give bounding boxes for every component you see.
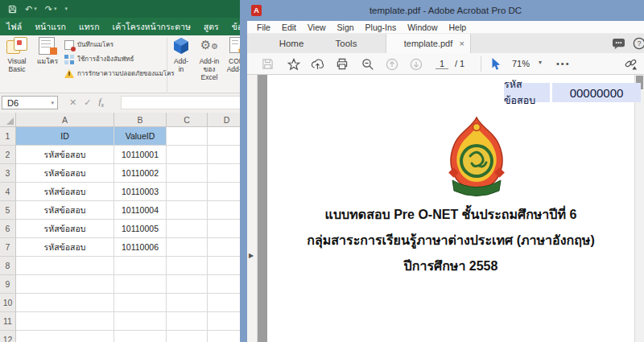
tab-home[interactable]: หน้าแรก — [28, 18, 72, 35]
cell-a1[interactable]: ID — [16, 127, 114, 146]
tab-file[interactable]: ไฟล์ — [0, 18, 28, 35]
expand-nav-pane-icon[interactable]: ▶ — [249, 252, 254, 259]
tab-home[interactable]: Home — [266, 34, 316, 53]
cell[interactable] — [114, 257, 167, 275]
row-number[interactable]: 4 — [0, 183, 16, 201]
column-header-c[interactable]: C — [167, 113, 208, 127]
cell[interactable] — [167, 294, 208, 312]
row-number[interactable]: 3 — [0, 164, 16, 183]
tab-page-layout[interactable]: เค้าโครงหน้ากระดาษ — [106, 18, 197, 35]
cell[interactable]: 10110001 — [114, 146, 167, 164]
menu-plugins[interactable]: Plug-Ins — [360, 23, 402, 32]
visual-basic-button[interactable]: Visual Basic — [2, 37, 32, 90]
macro-security-button[interactable]: การรักษาความปลอดภัยของแมโคร — [64, 68, 175, 80]
cell[interactable]: 10110004 — [114, 201, 167, 220]
cell[interactable]: รหัสข้อสอบ — [16, 220, 114, 238]
cell[interactable] — [167, 238, 208, 257]
row-number[interactable]: 11 — [0, 312, 16, 331]
cell[interactable] — [167, 146, 208, 164]
row-number[interactable]: 5 — [0, 201, 16, 220]
column-header-b[interactable]: B — [114, 113, 167, 127]
search-icon[interactable] — [361, 57, 374, 71]
cell[interactable]: รหัสข้อสอบ — [16, 164, 114, 183]
cell[interactable] — [167, 257, 208, 275]
relative-references-button[interactable]: ใช้การอ้างอิงสัมพัทธ์ — [64, 53, 134, 65]
cell[interactable]: 10110006 — [114, 238, 167, 257]
previous-page-icon[interactable] — [385, 57, 398, 71]
next-page-icon[interactable] — [409, 57, 423, 71]
cell[interactable] — [167, 183, 208, 201]
customize-quick-access-icon[interactable]: ▾ — [64, 6, 68, 12]
select-tool-cursor-icon[interactable] — [489, 57, 503, 71]
cell[interactable]: 10110005 — [114, 220, 167, 238]
tab-document[interactable]: template.pdf × — [386, 34, 471, 53]
cell[interactable] — [114, 312, 167, 331]
insert-function-icon[interactable]: fx — [98, 97, 104, 109]
cell[interactable]: 10110003 — [114, 183, 167, 201]
exam-code-field[interactable]: 00000000 — [552, 83, 641, 102]
cell[interactable] — [167, 331, 208, 342]
cell[interactable] — [16, 331, 114, 342]
menu-window[interactable]: Window — [402, 23, 443, 32]
menu-edit[interactable]: Edit — [276, 23, 302, 32]
row-number[interactable]: 12 — [0, 331, 16, 342]
cell[interactable]: รหัสข้อสอบ — [16, 146, 114, 164]
row-number[interactable]: 10 — [0, 294, 16, 312]
formula-input[interactable] — [121, 96, 246, 109]
cell[interactable]: 10110002 — [114, 164, 167, 183]
cell[interactable] — [167, 220, 208, 238]
redo-button[interactable]: ↷▾ — [45, 4, 57, 14]
cell[interactable] — [114, 331, 167, 342]
name-box-caret-icon[interactable]: ▾ — [51, 100, 54, 106]
row-number[interactable]: 2 — [0, 146, 16, 164]
cell[interactable]: รหัสข้อสอบ — [16, 201, 114, 220]
confirm-entry-icon[interactable]: ✓ — [84, 97, 91, 108]
cell[interactable] — [16, 257, 114, 275]
vertical-scrollbar[interactable] — [634, 75, 644, 342]
cell[interactable] — [167, 312, 208, 331]
cell[interactable] — [114, 275, 167, 294]
save-icon[interactable] — [261, 57, 275, 71]
cell[interactable]: รหัสข้อสอบ — [16, 238, 114, 257]
star-icon[interactable] — [287, 57, 300, 71]
cell[interactable] — [114, 294, 167, 312]
macros-button[interactable]: แมโคร — [34, 37, 61, 90]
menu-sign[interactable]: Sign — [332, 23, 360, 32]
row-number[interactable]: 8 — [0, 257, 16, 275]
cell[interactable] — [16, 275, 114, 294]
add-in-button[interactable]: Add- in — [170, 37, 192, 90]
row-number[interactable]: 9 — [0, 275, 16, 294]
menu-file[interactable]: File — [251, 23, 276, 32]
cell[interactable]: รหัสข้อสอบ — [16, 183, 114, 201]
menu-view[interactable]: View — [302, 23, 332, 32]
undo-button[interactable]: ↶▾ — [25, 4, 37, 14]
tab-insert[interactable]: แทรก — [72, 18, 106, 35]
help-icon[interactable]: ? — [632, 34, 644, 53]
close-tab-icon[interactable]: × — [460, 39, 464, 48]
print-icon[interactable] — [335, 57, 349, 71]
tab-formulas[interactable]: สูตร — [197, 18, 225, 35]
column-header-a[interactable]: A — [16, 113, 114, 127]
cell[interactable] — [16, 294, 114, 312]
row-number[interactable]: 1 — [0, 127, 16, 146]
row-number[interactable]: 7 — [0, 238, 16, 257]
record-macro-button[interactable]: บันทึกแมโคร — [64, 39, 114, 51]
cell[interactable] — [167, 127, 208, 146]
cancel-entry-icon[interactable]: ✕ — [69, 97, 76, 108]
excel-add-ins-button[interactable]: ⚙⚙ Add-in ของ Excel — [195, 37, 224, 90]
row-number[interactable]: 6 — [0, 220, 16, 238]
cell[interactable] — [167, 201, 208, 220]
share-link-icon[interactable] — [624, 57, 638, 71]
menu-help[interactable]: Help — [444, 23, 473, 32]
name-box[interactable]: D6 ▾ — [2, 96, 58, 109]
comments-icon[interactable] — [609, 34, 627, 53]
zoom-caret-icon[interactable]: ▾ — [539, 59, 542, 66]
select-all-corner[interactable] — [0, 113, 16, 127]
cell[interactable] — [167, 164, 208, 183]
tab-tools[interactable]: Tools — [324, 34, 368, 53]
share-cloud-icon[interactable] — [311, 57, 324, 71]
zoom-level-value[interactable]: 71% — [512, 59, 530, 68]
cell[interactable] — [16, 312, 114, 331]
cell[interactable] — [167, 275, 208, 294]
save-icon[interactable] — [8, 5, 17, 14]
